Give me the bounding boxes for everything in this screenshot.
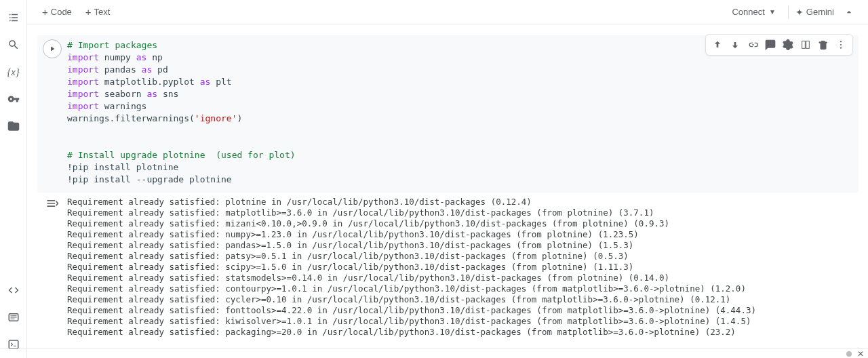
- left-rail: {x}: [0, 0, 27, 358]
- variables-icon[interactable]: {x}: [5, 64, 22, 80]
- divider: [788, 5, 789, 19]
- delete-icon[interactable]: [816, 37, 831, 52]
- settings-icon[interactable]: [781, 37, 795, 52]
- collapse-header-button[interactable]: [841, 4, 857, 20]
- output-row: Requirement already satisfied: plotnine …: [37, 195, 859, 338]
- svg-point-5: [840, 44, 842, 45]
- svg-point-4: [840, 41, 842, 42]
- move-up-icon[interactable]: [710, 37, 725, 52]
- topbar: +Code +Text Connect▼ ✦Gemini: [27, 0, 868, 24]
- output-toggle-icon[interactable]: [45, 197, 59, 338]
- close-icon[interactable]: ✕: [857, 349, 864, 359]
- connect-button[interactable]: Connect▼: [726, 4, 781, 20]
- code-cell[interactable]: # Import packages import numpy as np imp…: [37, 35, 859, 338]
- files-icon[interactable]: [5, 118, 22, 134]
- command-palette-icon[interactable]: [5, 309, 22, 325]
- chevron-down-icon: ▼: [769, 8, 776, 16]
- search-icon[interactable]: [5, 37, 22, 53]
- gemini-button[interactable]: ✦Gemini: [795, 7, 834, 18]
- svg-point-6: [840, 47, 842, 49]
- notebook-main: # Import packages import numpy as np imp…: [27, 24, 868, 349]
- code-snippets-icon[interactable]: [5, 282, 22, 298]
- svg-rect-3: [806, 41, 810, 49]
- code-editor[interactable]: # Import packages import numpy as np imp…: [67, 35, 859, 193]
- more-icon[interactable]: [833, 37, 848, 52]
- cell-output: Requirement already satisfied: plotnine …: [67, 195, 859, 338]
- svg-rect-1: [9, 340, 18, 349]
- statusbar: ✕: [0, 349, 868, 358]
- add-text-button[interactable]: +Text: [81, 3, 115, 20]
- toc-icon[interactable]: [5, 9, 22, 26]
- run-button[interactable]: [43, 39, 62, 58]
- status-dot: [846, 351, 852, 357]
- secrets-icon[interactable]: [5, 91, 22, 107]
- mirror-icon[interactable]: [798, 37, 813, 52]
- move-down-icon[interactable]: [728, 37, 743, 52]
- svg-rect-2: [802, 41, 806, 49]
- comment-icon[interactable]: [763, 37, 778, 52]
- link-icon[interactable]: [745, 37, 760, 52]
- cell-toolbar: [705, 34, 853, 56]
- add-code-button[interactable]: +Code: [38, 3, 76, 20]
- code-area: # Import packages import numpy as np imp…: [37, 35, 859, 193]
- sparkle-icon: ✦: [795, 7, 804, 18]
